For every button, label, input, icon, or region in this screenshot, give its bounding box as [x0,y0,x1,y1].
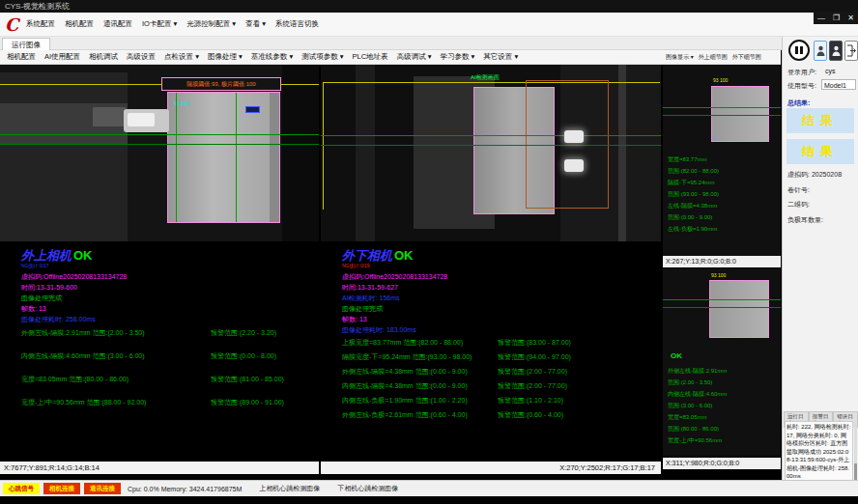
detail-strip-item[interactable]: 外上细节图 [699,53,728,62]
toolbar-item[interactable]: 高级设置 [127,52,156,62]
user-button-dark[interactable] [829,41,843,61]
ng-counter: NG统计:0/17 [21,263,49,268]
measurement-row: 宽度=83.05mm 范围:(80.00 - 86.00)预警范围:(81.00… [21,371,284,385]
toolbar-item[interactable]: 学习参数 ▾ [440,52,474,62]
detail-camera-view-bottom[interactable]: 93 100 OK 外侧左线-隔膜:2.91mm范围:(2.00 - 3.50)… [663,268,781,456]
needle-number-label: 卷针号: [787,185,810,195]
login-user-label: 登录用户: [787,68,816,77]
menu-item[interactable]: 系统语言切换 [275,19,319,29]
menu-item[interactable]: 光源控制配置 ▾ [186,19,236,29]
login-user-value: cys [825,68,836,74]
info-line: 帧数: 13 [21,303,127,314]
menu-bar: C 系统配置相机配置通讯配置IO卡配置 ▾光源控制配置 ▾查看 ▾系统语言切换 [0,13,858,37]
middle-info-lines: 虚拟码:Offline20250208133134728时间:13-31-59-… [342,271,447,335]
roi-marker [245,106,260,113]
result-indicator-1: 结果 [786,108,854,133]
measure-overlay-line [663,299,781,300]
mini-measure-line: 范围:(0.00 - 9.00) [668,211,719,223]
ok-status: OK [73,248,93,263]
virtual-code-label: 虚拟码: 20250208 [787,170,842,180]
info-line: 帧数: 13 [342,314,447,324]
mini-measure-line: 内侧左线-隔膜:4.60mm [668,388,727,400]
battery-cell-region [711,86,769,142]
mini-measure-line: 范围:(82.00 - 88.00) [668,165,719,177]
qr-code-label: 二维码: [787,200,810,210]
mini-measurements: 外侧左线-隔膜:2.91mm范围:(2.00 - 3.50)内侧左线-隔膜:4.… [668,365,727,446]
log-scrollbar[interactable] [854,421,857,481]
measure-overlay-line [663,307,781,308]
middle-result-panel: 外下相机OK NG统计:0/19 虚拟码:Offline202502081331… [321,241,661,462]
toolbar-item[interactable]: 相机调试 [89,52,118,62]
window-title: CYS-视觉检测系统 [5,2,70,11]
comm-connection-badge: 通讯连接 [84,483,121,494]
maximize-icon[interactable]: ❐ [833,14,840,22]
mini-measure-line: 范围:(3.00 - 6.00) [668,400,727,411]
tab-run-image[interactable]: 运行图像 [2,38,50,51]
exit-button[interactable] [844,41,858,61]
menu-item[interactable]: 查看 ▾ [245,19,266,29]
measurement-row: 外侧左线-负极=2.61mm 范围:(0.60 - 4.00)预警范围:(0.6… [342,406,571,421]
overlay-marks: 93 100 [711,272,726,278]
mini-measure-line: 隔膜-下=95.24mm [668,177,719,188]
toolbar-item[interactable]: 图像处理 ▾ [208,52,243,62]
mini-measure-line: 外侧左线-隔膜:2.91mm [668,365,727,377]
cpu-memory-readout: Cpu: 0.0% Memory: 3424.41796875M [128,486,242,492]
toolbar-item[interactable]: 测试项参数 ▾ [301,52,343,62]
cursor-readout-middle: X:270;Y:2502;R:17;G:17;B:17 [321,462,661,474]
mini-measure-line: 宽度=83.05mm [668,411,727,423]
mini-measure-line: 左线-隔膜=4.38mm [668,200,719,211]
menu-item[interactable]: IO卡配置 ▾ [142,19,177,29]
toolbar-item[interactable]: 高级调试 ▾ [397,52,432,62]
detail-camera-view-top[interactable]: 93 100 宽度=83.77mm范围:(82.00 - 88.00)隔膜-下=… [663,65,781,256]
info-line: 虚拟码:Offline20250208133134728 [342,271,447,282]
measurement-row: 宽度-上/中=90.56mm 范围:(88.00 - 92.00)预警范围:(8… [21,394,284,408]
info-line: 图像处理耗时: 258.00ms [21,314,127,324]
left-info-lines: 虚拟码:Offline20250208133134728时间:13-31-59-… [21,271,127,324]
left-camera-image[interactable]: 隔膜阈值:93, 极片阈值:100 93 100 [0,65,319,241]
minimize-icon[interactable]: — [817,14,825,22]
toolbar-item[interactable]: AI使用配置 [44,52,80,62]
menu-item[interactable]: 相机配置 [65,19,94,29]
left-result-panel: 外上相机OK NG统计:0/17 虚拟码:Offline202502081331… [0,241,319,462]
exit-icon [846,44,857,57]
info-line: 图像处理完成 [21,293,127,303]
top-camera-heartbeat-link[interactable]: 上相机心跳检测图像 [259,484,320,493]
overlay-marks: 93 100 [713,77,728,83]
info-line: 虚拟码:Offline20250208133134728 [21,271,127,282]
menu-item[interactable]: 系统配置 [26,19,55,29]
measurement-row: 外侧左线-隔膜:2.91mm 范围:(2.00 - 3.50)预警范围:(2.2… [21,324,284,339]
toolbar-item[interactable]: 点检设置 ▾ [164,52,199,62]
measurement-row: 内侧左线-隔膜=4.38mm 范围:(0.00 - 9.00)预警范围:(2.0… [342,378,571,392]
model-label: 使用型号: [787,81,816,91]
bottom-camera-heartbeat-link[interactable]: 下相机心跳检测图像 [337,484,398,493]
model-value[interactable]: Model1 [821,79,856,90]
pause-button[interactable] [788,40,810,61]
battery-cell-region [709,280,769,338]
mini-measure-line: 宽度-上/中=90.56mm [668,434,727,446]
user-button-active[interactable] [814,41,827,61]
middle-camera-image[interactable]: AI检测画面 [321,65,661,241]
edge-overlay-line [236,93,237,222]
close-icon[interactable]: ✕ [847,14,854,22]
menu-items: 系统配置相机配置通讯配置IO卡配置 ▾光源控制配置 ▾查看 ▾系统语言切换 [26,13,319,36]
heartbeat-badge: 心跳信号 [3,483,40,494]
toolbar-item[interactable]: PLC地址表 [353,52,388,62]
toolbar-item[interactable]: 基准线参数 ▾ [251,52,293,62]
machine-structure [618,65,626,241]
measure-overlay-line [0,144,319,145]
measurement-row: 内侧左线-隔膜:4.60mm 范围:(3.00 - 6.00)预警范围:(0.0… [21,348,284,362]
detail-strip-item[interactable]: 外下细节图 [732,53,761,62]
window-controls: — ❐ ✕ [814,12,858,24]
menu-item[interactable]: 通讯配置 [103,19,132,29]
mini-measure-line: 范围:(2.00 - 3.50) [668,377,727,388]
measure-overlay-line [0,134,319,135]
toolbar-item[interactable]: 其它设置 ▾ [483,52,518,62]
baseline-overlay-line [323,82,324,210]
user-icon [832,45,841,57]
cursor-readout-top: X:267;Y:13;R:0;G:0;B:0 [663,256,781,267]
toolbar-item[interactable]: 相机配置 [7,52,36,62]
total-result-label: 总结果: [787,98,810,108]
detail-strip-item[interactable]: 图像显示 ▾ [666,53,694,62]
left-measurements: 外侧左线-隔膜:2.91mm 范围:(2.00 - 3.50)预警范围:(2.2… [21,324,284,417]
mini-measurements: 宽度=83.77mm范围:(82.00 - 88.00)隔膜-下=95.24mm… [668,154,719,235]
